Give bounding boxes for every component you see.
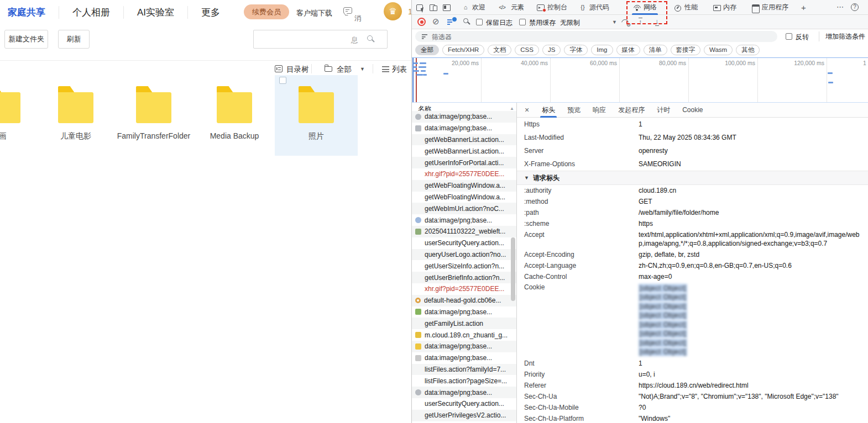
detail-tab[interactable]: Cookie xyxy=(676,103,709,118)
message-icon[interactable] xyxy=(343,7,352,14)
detail-tab[interactable]: 计时 xyxy=(651,103,676,118)
type-filter-chip[interactable]: 媒体 xyxy=(616,45,640,55)
throttling-dropdown[interactable]: 无限制 xyxy=(560,18,580,28)
type-filter-chip[interactable]: 字体 xyxy=(564,45,588,55)
chevron-down-icon[interactable]: ▼ xyxy=(612,19,617,25)
request-headers-section[interactable]: ▼ 请求标头 xyxy=(517,171,868,185)
network-request-row[interactable]: getUserSizeInfo.action?n... xyxy=(412,260,516,272)
help-icon[interactable]: ? xyxy=(851,3,859,11)
network-request-row[interactable]: userSecurityQuery.action... xyxy=(412,237,516,249)
import-har-icon[interactable]: ↑ xyxy=(639,18,642,26)
directory-tree-icon[interactable] xyxy=(275,65,283,72)
client-download-link[interactable]: 客户端下载 xyxy=(296,8,332,18)
search-icon[interactable] xyxy=(463,18,468,23)
search-input[interactable]: 息 xyxy=(253,30,388,49)
network-conditions-icon[interactable]: ⚙ xyxy=(621,18,630,26)
devtools-tab[interactable]: 控制台 xyxy=(535,0,569,15)
network-request-row[interactable]: 20250411103222_webleft... xyxy=(412,226,516,237)
more-menu-icon[interactable]: ⋯ xyxy=(836,3,844,11)
type-filter-chip[interactable]: 全部 xyxy=(415,45,439,55)
network-request-row[interactable]: data:image/png;base... xyxy=(412,306,516,318)
devtools-tab[interactable]: 内存 xyxy=(710,0,739,15)
add-tab-button[interactable]: + xyxy=(799,0,808,15)
type-filter-chip[interactable]: 清单 xyxy=(644,45,667,55)
new-folder-button[interactable]: 新建文件夹 xyxy=(4,30,48,49)
type-filter-chip[interactable]: 套接字 xyxy=(671,45,701,55)
list-view-label[interactable]: 列表 xyxy=(392,65,407,75)
list-view-icon[interactable] xyxy=(382,66,389,72)
devtools-tab[interactable]: ⌂ 欢迎 xyxy=(459,0,488,15)
preserve-log-checkbox[interactable] xyxy=(476,19,483,25)
invert-checkbox[interactable] xyxy=(786,33,792,40)
close-icon[interactable]: × xyxy=(525,105,529,114)
avatar[interactable]: ♛ xyxy=(384,2,402,20)
detail-tab[interactable]: 标头 xyxy=(536,103,561,118)
filter-icon[interactable] xyxy=(447,19,456,25)
detail-tab[interactable]: 发起程序 xyxy=(612,103,651,118)
type-filter-chip[interactable]: CSS xyxy=(515,45,539,55)
nav-item[interactable]: AI实验室 xyxy=(123,6,187,19)
detail-tab[interactable]: 预览 xyxy=(561,103,587,118)
record-button[interactable] xyxy=(417,18,426,26)
network-request-row[interactable]: getWebFloatingWindow.a... xyxy=(412,180,516,192)
folder-filter-icon[interactable] xyxy=(325,66,332,72)
network-request-row[interactable]: queryUserLogo.action?no... xyxy=(412,249,516,261)
network-request-row[interactable]: userSecurityQuery.action... xyxy=(412,398,516,410)
type-filter-chip[interactable]: Wasm xyxy=(704,45,733,55)
export-har-icon[interactable]: ↓ xyxy=(655,18,659,26)
network-request-row[interactable]: data:image/png;base... xyxy=(412,214,516,226)
all-filter-dropdown[interactable]: 全部 xyxy=(337,65,352,75)
network-request-row[interactable]: data:image/png;base... xyxy=(412,111,516,123)
dock-panel-icon[interactable] xyxy=(443,4,451,11)
nav-item[interactable]: 个人相册 xyxy=(59,6,123,19)
disable-cache-checkbox[interactable] xyxy=(519,19,526,25)
network-request-row[interactable]: data:image/png;base... xyxy=(412,387,516,398)
nav-item[interactable]: 家庭共享 xyxy=(0,6,59,19)
devtools-tab[interactable]: {} 源代码 xyxy=(577,0,611,15)
network-request-row[interactable]: getWebFloatingWindow.a... xyxy=(412,192,516,203)
add-filter-button[interactable]: 增加筛选条件 xyxy=(825,32,865,41)
network-request-row[interactable]: getUserPrivilegesV2.actio... xyxy=(412,410,516,421)
scrollbar-thumb[interactable] xyxy=(511,237,515,301)
network-request-row[interactable]: default-head-gold.cb06e... xyxy=(412,295,516,306)
network-request-row[interactable]: data:image/png;base... xyxy=(412,341,516,352)
filter-input[interactable]: 筛选器 xyxy=(415,31,777,42)
network-request-row[interactable]: getWebImUrl.action?noC... xyxy=(412,203,516,214)
network-overview-timeline[interactable]: 20,000 ms40,000 ms60,000 ms80,000 ms100,… xyxy=(412,57,868,103)
directory-tree-label[interactable]: 目录树 xyxy=(286,65,309,75)
devtools-tab[interactable]: 应用程序 xyxy=(749,0,791,15)
renew-vip-button[interactable]: 续费会员 xyxy=(244,4,289,19)
type-filter-chip[interactable]: JS xyxy=(542,45,561,55)
network-request-row[interactable]: xhr.gif?pid=25577E0DEE... xyxy=(412,168,516,180)
network-request-row[interactable]: m.cloud.189.cn_zhuanti_g... xyxy=(412,329,516,341)
network-request-row[interactable]: xhr.gif?pid=25577E0DEE... xyxy=(412,283,516,295)
chevron-down-icon[interactable]: ▼ xyxy=(360,66,365,72)
refresh-button[interactable]: 刷新 xyxy=(58,30,90,49)
devtools-tab[interactable]: </> 元素 xyxy=(494,0,526,15)
network-request-row[interactable]: getWebBannerList.action... xyxy=(412,145,516,157)
device-toolbar-icon[interactable] xyxy=(430,4,437,11)
detail-tab[interactable]: 响应 xyxy=(587,103,612,118)
network-request-row[interactable]: getFamilyList.action xyxy=(412,318,516,329)
folder-tile[interactable]: Media Backup xyxy=(193,75,276,156)
type-filter-chip[interactable]: 其他 xyxy=(736,45,760,55)
devtools-tab[interactable]: 网络 xyxy=(631,0,659,15)
search-icon[interactable] xyxy=(367,35,373,41)
folder-checkbox[interactable] xyxy=(279,77,286,84)
type-filter-chip[interactable]: 文档 xyxy=(488,45,511,55)
folder-tile[interactable]: FamilyTransferFolder xyxy=(112,75,195,156)
network-request-row[interactable]: getWebBannerList.action... xyxy=(412,134,516,146)
folder-tile[interactable]: 照片 xyxy=(275,75,358,156)
network-request-row[interactable]: getUserInfoForPortal.acti... xyxy=(412,157,516,168)
inspect-icon[interactable] xyxy=(416,4,424,11)
nav-item[interactable]: 更多 xyxy=(187,6,233,19)
network-request-row[interactable]: getUserBriefInfo.action?n... xyxy=(412,272,516,283)
network-request-row[interactable]: data:image/png;base... xyxy=(412,123,516,134)
devtools-tab[interactable]: 性能 xyxy=(672,0,700,15)
clear-icon[interactable]: ⊘ xyxy=(432,17,440,27)
network-request-row[interactable]: data:image/png;base... xyxy=(412,352,516,364)
type-filter-chip[interactable]: Fetch/XHR xyxy=(442,45,484,55)
network-request-row[interactable]: listFiles.action?pageSize=... xyxy=(412,375,516,387)
folder-tile[interactable]: 儿童电影 xyxy=(34,75,117,156)
network-request-row[interactable]: listFiles.action?familyId=7... xyxy=(412,364,516,376)
